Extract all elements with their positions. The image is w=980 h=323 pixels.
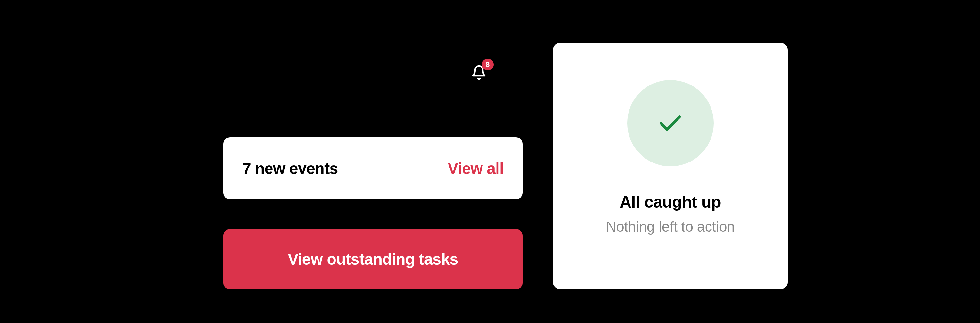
caught-up-subtitle: Nothing left to action xyxy=(606,218,735,235)
view-outstanding-tasks-button[interactable]: View outstanding tasks xyxy=(223,229,523,290)
check-circle xyxy=(627,80,714,166)
notification-bell[interactable]: 8 xyxy=(471,59,493,82)
checkmark-icon xyxy=(659,114,681,132)
notification-badge: 8 xyxy=(482,59,493,70)
events-panel: 7 new events View all xyxy=(223,137,523,200)
notification-badge-count: 8 xyxy=(486,60,490,69)
events-title: 7 new events xyxy=(242,160,338,177)
view-all-link[interactable]: View all xyxy=(448,160,504,177)
caught-up-card: All caught up Nothing left to action xyxy=(553,43,788,290)
caught-up-title: All caught up xyxy=(620,193,721,211)
tasks-button-label: View outstanding tasks xyxy=(288,250,458,268)
